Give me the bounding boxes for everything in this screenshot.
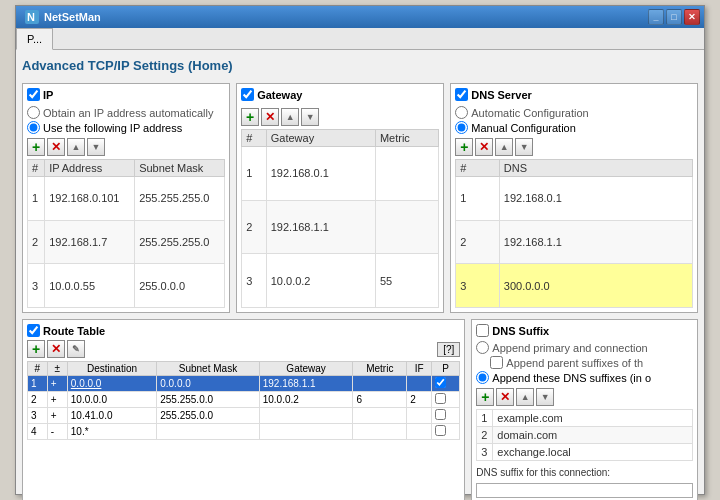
- row-num: 1: [456, 177, 500, 221]
- route-add-button[interactable]: +: [27, 340, 45, 358]
- dns-manual-radio[interactable]: [455, 121, 468, 134]
- gateway-move-up-button[interactable]: ▲: [281, 108, 299, 126]
- dns-add-button[interactable]: +: [455, 138, 473, 156]
- table-row[interactable]: 1 + 0.0.0.0 0.0.0.0 192.168.1.1: [28, 376, 460, 392]
- table-row[interactable]: 4 - 10.*: [28, 424, 460, 440]
- ip-checkbox-label[interactable]: IP: [27, 88, 53, 101]
- ip-auto-radio[interactable]: [27, 106, 40, 119]
- route-edit-button[interactable]: ✎: [67, 340, 85, 358]
- title-left: N NetSetMan: [24, 9, 101, 25]
- ip-auto-label: Obtain an IP address automatically: [43, 107, 213, 119]
- table-row[interactable]: 3 + 10.41.0.0 255.255.0.0: [28, 408, 460, 424]
- dns-suffix-checkbox[interactable]: [476, 324, 489, 337]
- dns-append-parent-label: Append parent suffixes of th: [506, 357, 643, 369]
- ip-checkbox[interactable]: [27, 88, 40, 101]
- close-button[interactable]: ✕: [684, 9, 700, 25]
- dns-checkbox[interactable]: [455, 88, 468, 101]
- row-metric: 55: [375, 254, 438, 308]
- route-col-mask: Subnet Mask: [157, 362, 259, 376]
- route-checkbox[interactable]: [27, 324, 40, 337]
- route-col-num: #: [28, 362, 48, 376]
- row-mask: 255.255.255.0: [135, 177, 225, 221]
- ip-manual-radio-row: Use the following IP address: [27, 121, 225, 134]
- row-num: 3: [242, 254, 267, 308]
- dns-append-parent-checkbox[interactable]: [490, 356, 503, 369]
- table-row[interactable]: 1 192.168.0.1: [456, 177, 693, 221]
- dns-append-these-radio[interactable]: [476, 371, 489, 384]
- table-row[interactable]: 3 exchange.local: [477, 444, 693, 461]
- table-row[interactable]: 2 192.168.1.1: [456, 220, 693, 264]
- dns-auto-radio[interactable]: [455, 106, 468, 119]
- dns-table: # DNS 1 192.168.0.1 2 192.168.1.1: [455, 159, 693, 308]
- dns-suffix-up-button[interactable]: ▲: [516, 388, 534, 406]
- row-num: 2: [242, 200, 267, 254]
- row-num: 3: [477, 444, 493, 461]
- ip-manual-label: Use the following IP address: [43, 122, 182, 134]
- ip-panel: IP Obtain an IP address automatically Us…: [22, 83, 230, 313]
- gateway-move-down-button[interactable]: ▼: [301, 108, 319, 126]
- dns-remove-button[interactable]: ✕: [475, 138, 493, 156]
- row-gateway: 192.168.1.1: [266, 200, 375, 254]
- table-row[interactable]: 2 domain.com: [477, 427, 693, 444]
- table-row[interactable]: 2 192.168.1.1: [242, 200, 439, 254]
- table-row[interactable]: 1 192.168.0.1: [242, 147, 439, 201]
- row-gateway: 192.168.1.1: [259, 376, 353, 392]
- table-row[interactable]: 2 + 10.0.0.0 255.255.0.0 10.0.0.2 6 2: [28, 392, 460, 408]
- route-remove-button[interactable]: ✕: [47, 340, 65, 358]
- table-row[interactable]: 3 300.0.0.0: [456, 264, 693, 308]
- ip-add-button[interactable]: +: [27, 138, 45, 156]
- row-metric: [353, 376, 407, 392]
- row-gateway: [259, 408, 353, 424]
- dns-manual-label: Manual Configuration: [471, 122, 576, 134]
- app-icon: N: [24, 9, 40, 25]
- row-num: 1: [242, 147, 267, 201]
- gateway-panel-header: Gateway: [241, 88, 439, 101]
- maximize-button[interactable]: □: [666, 9, 682, 25]
- table-row[interactable]: 1 192.168.0.101 255.255.255.0: [28, 177, 225, 221]
- dns-suffix-add-button[interactable]: +: [476, 388, 494, 406]
- dns-auto-radio-row: Automatic Configuration: [455, 106, 693, 119]
- dns-panel-header: DNS Server: [455, 88, 693, 101]
- dns-append-primary-radio[interactable]: [476, 341, 489, 354]
- minimize-button[interactable]: _: [648, 9, 664, 25]
- table-row[interactable]: 3 10.0.0.55 255.0.0.0: [28, 264, 225, 308]
- row-num: 2: [456, 220, 500, 264]
- row-metric: [375, 147, 438, 201]
- ip-move-up-button[interactable]: ▲: [67, 138, 85, 156]
- row-gateway: 192.168.0.1: [266, 147, 375, 201]
- dns-move-down-button[interactable]: ▼: [515, 138, 533, 156]
- gateway-checkbox-label[interactable]: Gateway: [241, 88, 302, 101]
- dns-suffix-checkbox-label[interactable]: DNS Suffix: [476, 324, 693, 337]
- dns-checkbox-label[interactable]: DNS Server: [455, 88, 532, 101]
- table-row[interactable]: 1 example.com: [477, 410, 693, 427]
- ip-panel-header: IP: [27, 88, 225, 101]
- route-help-button[interactable]: [?]: [437, 342, 460, 357]
- row-num: 2: [28, 392, 48, 408]
- gateway-checkbox[interactable]: [241, 88, 254, 101]
- gateway-label: Gateway: [257, 89, 302, 101]
- dns-suffix-connection-input[interactable]: [476, 483, 693, 498]
- gateway-remove-button[interactable]: ✕: [261, 108, 279, 126]
- ip-manual-radio[interactable]: [27, 121, 40, 134]
- dns-suffix-remove-button[interactable]: ✕: [496, 388, 514, 406]
- route-label: Route Table: [43, 325, 105, 337]
- gateway-add-button[interactable]: +: [241, 108, 259, 126]
- row-gateway: 10.0.0.2: [259, 392, 353, 408]
- table-row[interactable]: 3 10.0.0.2 55: [242, 254, 439, 308]
- dns-move-up-button[interactable]: ▲: [495, 138, 513, 156]
- row-dns: 192.168.0.1: [499, 177, 692, 221]
- row-ip: 10.0.0.55: [45, 264, 135, 308]
- route-checkbox-label[interactable]: Route Table: [27, 324, 105, 337]
- dns-auto-label: Automatic Configuration: [471, 107, 588, 119]
- ip-remove-button[interactable]: ✕: [47, 138, 65, 156]
- window-controls: _ □ ✕: [648, 9, 700, 25]
- table-row[interactable]: 2 192.168.1.7 255.255.255.0: [28, 220, 225, 264]
- dns-suffix-down-button[interactable]: ▼: [536, 388, 554, 406]
- row-num: 1: [28, 376, 48, 392]
- tab-profiles[interactable]: P...: [16, 28, 53, 50]
- dns-suffix-connection-label: DNS suffix for this connection:: [476, 467, 693, 478]
- row-p: [432, 424, 460, 440]
- ip-move-down-button[interactable]: ▼: [87, 138, 105, 156]
- row-dest: 10.0.0.0: [67, 392, 156, 408]
- row-p: [432, 408, 460, 424]
